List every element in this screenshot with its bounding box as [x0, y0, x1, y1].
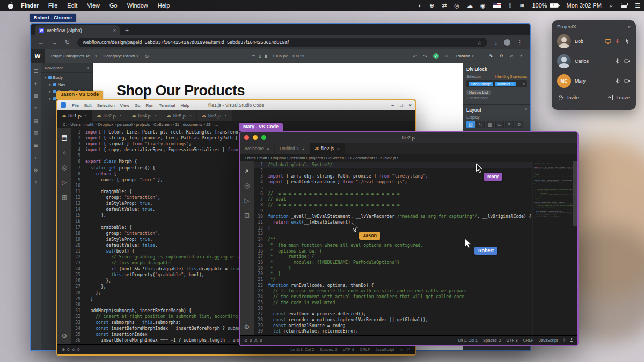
- camera-icon[interactable]: [624, 78, 631, 84]
- zoom-button[interactable]: [261, 135, 266, 140]
- mic-icon[interactable]: [614, 78, 621, 84]
- close-tab-icon[interactable]: ×: [267, 146, 269, 151]
- notification-center-icon[interactable]: ☰: [631, 2, 644, 9]
- chrome-menu-icon[interactable]: ⋮: [514, 39, 526, 46]
- camera-icon[interactable]: [624, 58, 631, 64]
- display-none-button[interactable]: ⊘: [515, 121, 523, 128]
- screen-share-icon[interactable]: [605, 38, 611, 45]
- interactions-panel-tab-icon[interactable]: ≋: [510, 54, 514, 58]
- url-text[interactable]: webflow.com/design/pageid=5ebd837f164425…: [83, 40, 473, 45]
- close-button[interactable]: [244, 135, 249, 140]
- search-icon[interactable]: ⌕: [245, 167, 249, 174]
- menubar-item[interactable]: View: [82, 2, 105, 9]
- participant-row[interactable]: MC Mary: [552, 71, 636, 91]
- apple-menu-icon[interactable]: [8, 2, 13, 9]
- focus-icon[interactable]: ◎: [450, 2, 463, 9]
- battery-indicator[interactable]: 100% ⚡: [528, 2, 562, 9]
- display-inline-block-button[interactable]: ▭: [495, 121, 504, 128]
- secondary-selector-chip[interactable]: Narrow List: [466, 90, 491, 95]
- phone-device-icon[interactable]: ▮: [264, 54, 268, 58]
- source-control-icon[interactable]: ◎: [244, 182, 250, 189]
- stage-manager-icon[interactable]: ◐: [414, 2, 426, 9]
- vscode-menu-item[interactable]: View: [118, 103, 132, 108]
- participant-row[interactable]: Bob: [552, 31, 636, 51]
- search-icon[interactable]: ⌕: [34, 155, 37, 161]
- explorer-icon[interactable]: ▤: [61, 134, 67, 141]
- status-segment[interactable]: Ln 118, Col 2: [290, 347, 314, 352]
- display-block-button[interactable]: ▤: [466, 121, 475, 128]
- menubar-item[interactable]: Go: [105, 2, 122, 9]
- run-debug-icon[interactable]: ▷: [62, 179, 67, 186]
- pages-icon[interactable]: ▤: [33, 118, 38, 123]
- mary-titlebar[interactable]: file2.js: [240, 132, 577, 143]
- downloads-icon[interactable]: ↓: [492, 39, 501, 46]
- preview-eye-icon[interactable]: ⊙: [145, 54, 149, 59]
- search-icon[interactable]: ⌕: [63, 149, 67, 156]
- navigator-icon[interactable]: ≡: [34, 106, 37, 111]
- screen-record-icon[interactable]: ◉: [477, 2, 489, 9]
- input-language-flag-icon[interactable]: [493, 3, 501, 8]
- vscode-menu-item[interactable]: Terminal: [156, 103, 178, 108]
- new-tab-button[interactable]: +: [120, 27, 134, 35]
- vscode-menu-item[interactable]: File: [69, 103, 82, 108]
- cursor-icon[interactable]: [624, 38, 631, 45]
- actions-panel-tab-icon[interactable]: ⚡: [519, 54, 523, 58]
- settings-gear-icon[interactable]: ⚙: [244, 323, 250, 331]
- jason-breadcrumb[interactable]: C: › Users › matth › Dropbox › personal …: [57, 121, 415, 128]
- display-inline-button[interactable]: ≡: [505, 121, 514, 128]
- status-segment[interactable]: Spaces: 2: [319, 347, 337, 352]
- browser-tab[interactable]: W Webflow (Alpha) ×: [35, 25, 120, 35]
- close-tab-icon[interactable]: ×: [84, 113, 87, 118]
- vscode-menu-item[interactable]: Go: [132, 103, 143, 108]
- close-tab-icon[interactable]: ×: [120, 113, 122, 118]
- robert-window-ownership-tag[interactable]: Robert - Chrome: [30, 14, 76, 22]
- inheriting-note[interactable]: Inheriting 5 selectors: [495, 75, 527, 78]
- vscode-menu-item[interactable]: Help: [178, 103, 192, 108]
- selector-chip[interactable]: Tumbler 1: [495, 82, 516, 86]
- settings-gear-icon[interactable]: ⚙: [33, 168, 38, 173]
- participant-row[interactable]: Carlos: [552, 51, 636, 71]
- menubar-item[interactable]: Window: [122, 2, 153, 9]
- assets-icon[interactable]: ▥: [33, 130, 38, 136]
- bell-icon[interactable]: ⚐: [407, 347, 411, 352]
- minimap[interactable]: /*global global, System*/ import { arr, …: [532, 161, 573, 335]
- close-tab-icon[interactable]: ×: [337, 146, 340, 151]
- collapse-panel-icon[interactable]: »: [628, 24, 631, 29]
- layout-section-header[interactable]: Layout ▾: [463, 104, 530, 114]
- spotlight-search-icon[interactable]: ⌕: [606, 2, 617, 9]
- bell-icon[interactable]: ⚐: [563, 338, 567, 343]
- menubar-item[interactable]: Help: [153, 2, 175, 9]
- extensions-icon[interactable]: ⊞: [244, 212, 250, 219]
- export-code-icon[interactable]: ‹›: [442, 54, 451, 59]
- close-tab-icon[interactable]: ×: [113, 28, 116, 33]
- jason-titlebar[interactable]: FileEditSelectionViewGoRunTerminalHelp f…: [57, 100, 415, 110]
- close-tab-icon[interactable]: ×: [155, 113, 157, 118]
- source-control-icon[interactable]: ◎: [62, 164, 67, 171]
- mary-window-ownership-tag[interactable]: Mary - VS Code: [239, 123, 283, 131]
- problems-indicator[interactable]: ⊘ 0 ⚠ 0: [244, 338, 262, 343]
- help-icon[interactable]: ?: [34, 180, 37, 186]
- status-segment[interactable]: UTF-8: [343, 347, 354, 352]
- status-segment[interactable]: Ln 1, Col 1: [458, 338, 478, 343]
- display-mirroring-icon[interactable]: ⇄: [438, 2, 450, 9]
- editor-tab[interactable]: JS file4.js × ●: [127, 110, 162, 121]
- display-flex-button[interactable]: ⇆: [476, 121, 485, 128]
- mary-breadcrumb[interactable]: Users › matt › Dropbox › personal › proj…: [240, 154, 577, 161]
- bluetooth-icon[interactable]: ᛒ: [505, 2, 516, 9]
- editor-tab[interactable]: JS file1.js × ●: [57, 110, 92, 121]
- style-panel-tab-icon[interactable]: ✎: [489, 54, 493, 58]
- maximize-button[interactable]: □: [400, 102, 402, 108]
- close-panel-icon[interactable]: ×: [86, 65, 89, 70]
- scrollbar[interactable]: [573, 161, 577, 335]
- feedback-icon[interactable]: ☺: [400, 347, 404, 352]
- wifi-icon[interactable]: ≋: [516, 2, 528, 9]
- status-segment[interactable]: JavaScript: [376, 347, 394, 352]
- menu-icon[interactable]: ☰: [33, 69, 38, 74]
- menubar-clock[interactable]: Mon 3:02 PM: [562, 2, 606, 9]
- publish-button[interactable]: Publish ▾: [452, 54, 478, 58]
- mic-icon[interactable]: [614, 58, 621, 64]
- invite-button[interactable]: Invite: [558, 94, 579, 101]
- settings-panel-tab-icon[interactable]: ⚙: [500, 54, 503, 58]
- undo-icon[interactable]: ↶: [410, 54, 420, 59]
- menubar-item[interactable]: Edit: [62, 2, 82, 9]
